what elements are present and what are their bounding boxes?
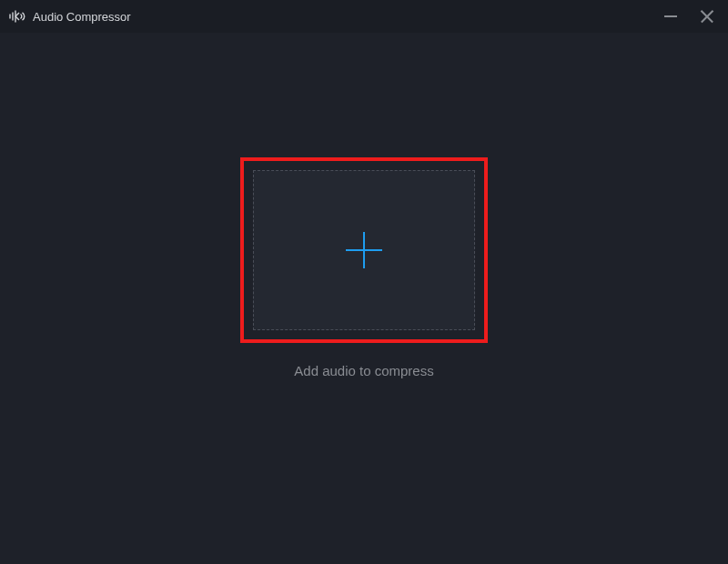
titlebar-left: Audio Compressor bbox=[9, 10, 131, 24]
plus-icon bbox=[346, 232, 382, 268]
window-controls bbox=[661, 6, 717, 26]
window-title: Audio Compressor bbox=[33, 10, 131, 24]
close-button[interactable] bbox=[697, 6, 717, 26]
instruction-text: Add audio to compress bbox=[240, 363, 488, 378]
drop-area-wrapper: Add audio to compress bbox=[240, 157, 488, 378]
highlight-box bbox=[240, 157, 488, 343]
minimize-button[interactable] bbox=[661, 6, 681, 26]
minimize-icon bbox=[664, 15, 677, 17]
close-icon bbox=[700, 9, 714, 24]
audio-compressor-icon bbox=[9, 10, 25, 23]
add-audio-dropzone[interactable] bbox=[253, 170, 475, 330]
main-content: Add audio to compress bbox=[0, 33, 728, 564]
titlebar: Audio Compressor bbox=[0, 0, 728, 33]
